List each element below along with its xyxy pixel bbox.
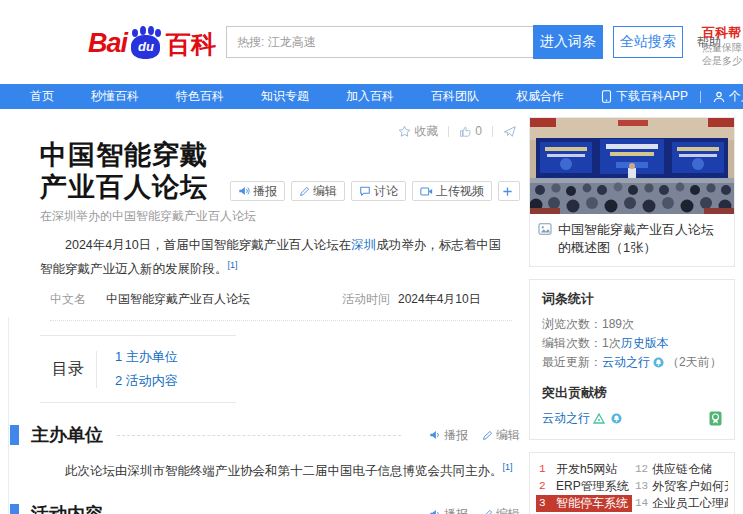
baike-entry-page: Bai du 百科 进入词条 全站搜索 帮助 百科帮 热量保障 会是多少 首页 …	[0, 0, 743, 514]
contributor-row: 云动之行	[542, 409, 722, 427]
speech-bubble-icon	[359, 185, 371, 197]
hot-links-card: 1开发h5网站 2ERP管理系统 3智能停车系统 4erp系统软件 5二维码制作…	[529, 452, 735, 514]
nav-item-topics[interactable]: 知识专题	[261, 88, 309, 105]
baidu-baike-logo[interactable]: Bai du 百科	[88, 26, 216, 58]
section-edit-button[interactable]: 编辑	[482, 427, 520, 444]
toc-title: 目录	[40, 351, 97, 388]
contributor-link[interactable]: 云动之行	[542, 409, 590, 427]
toc-item-content[interactable]: 2 活动内容	[115, 369, 178, 393]
toc-item-hosts[interactable]: 1 主办单位	[115, 345, 178, 369]
baidu-paw-icon: du	[129, 26, 163, 60]
section-edit-button[interactable]: 编辑	[482, 506, 520, 514]
hotlist-item[interactable]: 12供应链仓储	[632, 461, 728, 478]
download-app-link[interactable]: 下载百科APP	[601, 88, 688, 105]
stats-label: 最近更新：	[542, 353, 602, 372]
overview-photo-card[interactable]: 中国智能穿戴产业百人论坛的概述图（1张）	[529, 117, 735, 267]
edit-label: 编辑	[313, 183, 337, 200]
hotlist-item-selected[interactable]: 3智能停车系统	[536, 495, 632, 512]
section-paragraph: 此次论坛由深圳市智能终端产业协会和第十二届中国电子信息博览会共同主办。[1]	[40, 457, 518, 482]
section-activities: 活动内容 播报 编辑 论坛上，2024中国智	[10, 502, 520, 514]
info-label: 中文名	[50, 291, 106, 308]
broadcast-button[interactable]: 播报	[230, 181, 285, 201]
nav-item-home[interactable]: 首页	[30, 88, 54, 105]
user-center-label: 个人中心	[729, 88, 743, 105]
section-broadcast-button[interactable]: 播报	[429, 427, 468, 444]
info-label: 活动时间	[342, 291, 398, 308]
history-versions-link[interactable]: 历史版本	[621, 334, 669, 353]
favorite-label[interactable]: 收藏	[414, 123, 438, 140]
broadcast-label: 播报	[253, 183, 277, 200]
entry-stats-card: 词条统计 浏览次数： 189次 编辑次数： 1次 历史版本 最近更新： 云动之行	[529, 279, 735, 440]
promo-title: 百科帮	[702, 26, 743, 39]
hotlist-item[interactable]: 1开发h5网站	[536, 461, 632, 478]
basic-info-table: 中文名 中国智能穿戴产业百人论坛 活动时间 2024年4月10日	[50, 291, 512, 321]
hot-rank: 13	[635, 478, 647, 495]
logo-bai-text: Bai	[88, 28, 127, 58]
hot-label: 智能停车系统	[556, 495, 628, 512]
main-nav: 首页 秒懂百科 特色百科 知识专题 加入百科 百科团队 权威合作 下载百科APP…	[0, 84, 743, 109]
thumb-up-icon[interactable]	[459, 125, 472, 138]
hot-label: 外贸客户如何开	[652, 478, 728, 495]
forum-photo	[530, 118, 734, 214]
section-marker	[10, 504, 19, 514]
nav-item-join[interactable]: 加入百科	[346, 88, 394, 105]
site-search-button[interactable]: 全站搜索	[613, 26, 683, 58]
nav-item-featured[interactable]: 特色百科	[176, 88, 224, 105]
phone-icon	[601, 90, 612, 103]
share-icon[interactable]	[503, 125, 517, 138]
nav-item-team[interactable]: 百科团队	[431, 88, 479, 105]
hotlist-item[interactable]: 2ERP管理系统	[536, 478, 632, 495]
nav-divider	[700, 91, 701, 103]
nav-item-cooperation[interactable]: 权威合作	[516, 88, 564, 105]
title-row: 中国智能穿戴产业百人论坛 播报 编辑	[10, 139, 520, 203]
hot-label: ERP管理系统	[556, 478, 629, 495]
enter-entry-button[interactable]: 进入词条	[533, 25, 603, 59]
bell-badge-icon	[611, 413, 622, 424]
updater-link[interactable]: 云动之行	[602, 353, 650, 372]
left-rail-line	[8, 317, 9, 514]
hot-rank: 3	[539, 495, 551, 512]
pencil-icon	[299, 186, 310, 197]
edit-button[interactable]: 编辑	[291, 181, 345, 201]
stats-value: 189次	[602, 315, 634, 334]
section-heading: 主办单位	[31, 423, 103, 447]
stats-value: 1次	[602, 334, 621, 353]
person-icon	[713, 91, 725, 103]
reference-marker[interactable]: [1]	[503, 462, 513, 472]
nav-item-miaodong[interactable]: 秒懂百科	[91, 88, 139, 105]
user-center-link[interactable]: 个人中心	[713, 88, 743, 105]
star-icon[interactable]	[398, 125, 411, 138]
reference-marker[interactable]: [1]	[228, 260, 238, 270]
hot-label: 供应链仓储	[652, 461, 712, 478]
top-header: Bai du 百科 进入词条 全站搜索 帮助 百科帮 热量保障 会是多少	[0, 0, 743, 84]
hot-label: 企业员工心理疏	[652, 495, 728, 512]
promo-block[interactable]: 百科帮 热量保障 会是多少	[702, 26, 743, 67]
speaker-icon	[429, 508, 441, 514]
discuss-button[interactable]: 讨论	[351, 181, 406, 201]
sidebar: 中国智能穿戴产业百人论坛的概述图（1张） 词条统计 浏览次数： 189次 编辑次…	[529, 117, 735, 514]
section-hosts: 主办单位 播报 编辑 此次论坛由深圳市智能终	[10, 423, 520, 482]
speaker-icon	[429, 429, 441, 441]
hot-rank: 14	[635, 495, 647, 512]
hot-rank: 12	[635, 461, 647, 478]
page-title: 中国智能穿戴产业百人论坛	[40, 139, 214, 203]
pencil-icon	[482, 430, 493, 441]
medal-icon[interactable]	[709, 411, 722, 426]
broadcast-label: 播报	[444, 506, 468, 514]
divider	[492, 126, 493, 137]
lede-text: 2024年4月10日，首届中国智能穿戴产业百人论坛在	[65, 238, 351, 252]
speaker-icon	[238, 185, 250, 197]
edit-label: 编辑	[496, 506, 520, 514]
contrib-title: 突出贡献榜	[542, 384, 722, 402]
hotlist-item[interactable]: 14企业员工心理疏	[632, 495, 728, 512]
section-broadcast-button[interactable]: 播报	[429, 506, 468, 514]
promo-line: 热量保障	[702, 41, 743, 54]
upload-video-button[interactable]: 上传视频	[412, 181, 492, 201]
shenzhen-link[interactable]: 深圳	[351, 238, 376, 252]
more-add-button[interactable]	[498, 181, 520, 201]
section-heading: 活动内容	[31, 502, 103, 514]
logo-du-text: du	[129, 39, 163, 54]
hotlist-item[interactable]: 13外贸客户如何开	[632, 478, 728, 495]
search-input[interactable]	[226, 26, 533, 58]
table-of-contents: 目录 1 主办单位 2 活动内容	[40, 335, 236, 403]
